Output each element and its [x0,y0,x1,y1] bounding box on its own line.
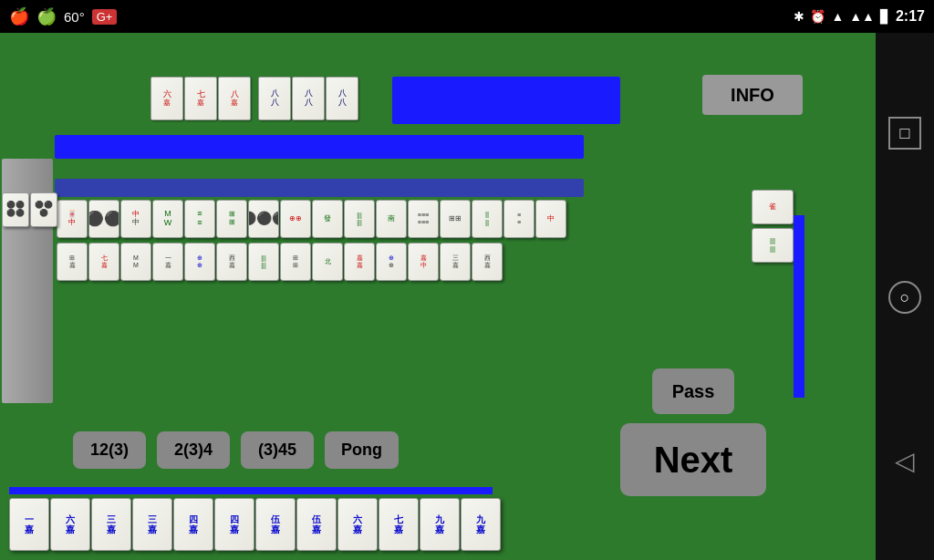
player-tile-12[interactable]: 九嘉 [461,498,501,551]
top-tile-1-2[interactable]: 七 嘉 [184,77,217,120]
blue-bar-1 [55,135,584,159]
right-tile-1[interactable]: 雀 [752,190,794,224]
opponent-tile-row-2: ⊞嘉 七嘉 MM 一嘉 ⊕⊕ 西嘉 [57,243,503,281]
top-tile-1-1[interactable]: 六 嘉 [150,77,183,120]
alarm-icon: ⏰ [810,9,825,24]
right-blue-bar [794,215,804,398]
opp-tile[interactable]: 中 [535,200,566,238]
player-tile-10[interactable]: 七嘉 [379,498,419,551]
opp-tile[interactable]: ⚫⚫ [88,200,119,238]
top-tile-2-2[interactable]: 八 八 [292,77,325,120]
apple-icon-2: 🍏 [36,6,57,26]
player-tile-11[interactable]: 九嘉 [420,498,460,551]
opp-tile-r2[interactable]: 嘉中 [408,243,439,281]
opp-tile[interactable]: ⊞ ⊞ [216,200,247,238]
opp-tile-r2[interactable]: ⊕⊕ [184,243,215,281]
opp-tile[interactable]: ≡ ≡ [184,200,215,238]
status-left: 🍎 🍏 60° G+ [9,6,117,26]
action-button-3[interactable]: (3)45 [241,431,314,469]
player-tile-4[interactable]: 三嘉 [132,498,172,551]
player-tile-3[interactable]: 三嘉 [91,498,131,551]
opp-tile-r2[interactable]: 西嘉 [216,243,247,281]
player-tile-7[interactable]: 伍嘉 [255,498,296,551]
opp-tile[interactable]: M W [152,200,183,238]
top-group-1: 六 嘉 七 嘉 八 嘉 [150,77,251,120]
player-tile-2[interactable]: 六嘉 [50,498,90,551]
player-tile-6[interactable]: 四嘉 [214,498,254,551]
right-opponent-tiles: 雀 |||||| [752,190,794,263]
top-tile-2-3[interactable]: 八 八 [326,77,358,120]
corner-red-tiles: ⚫⚫⚫⚫ ⚫⚫⚫ [2,192,57,227]
opp-tile[interactable]: ⊞⊞ [440,200,471,238]
gplus-icon: G+ [92,9,118,25]
square-nav-icon[interactable]: □ [888,117,921,150]
next-button[interactable]: Next [620,423,766,496]
player-tiles: 一嘉 六嘉 三嘉 三嘉 四嘉 四嘉 [9,498,501,551]
action-button-1[interactable]: 12(3) [73,431,146,469]
wifi-icon: ▲ [831,9,844,24]
opp-tile-r2[interactable]: 三嘉 [440,243,471,281]
info-button[interactable]: INFO [702,75,803,115]
opp-tile-r2[interactable]: |||||| [248,243,279,281]
opp-tile[interactable]: 南 [376,200,407,238]
player-tile-9[interactable]: 六嘉 [337,498,378,551]
opp-tile-r2[interactable]: MM [120,243,151,281]
blue-top-deck [392,77,620,124]
player-tile-1[interactable]: 一嘉 [9,498,49,551]
opp-tile[interactable]: 中 中 [120,200,151,238]
top-left-tiles: 六 嘉 七 嘉 八 嘉 八 八 [150,77,358,120]
opp-tile[interactable]: ≡≡≡ ≡≡≡ [408,200,439,238]
signal-icon: ▲▲ [849,9,875,24]
action-buttons-area: 12(3) 2(3)4 (3)45 Pong [73,431,399,469]
opp-tile-r2[interactable]: 嘉嘉 [344,243,375,281]
opp-tile[interactable]: 🀄中 [57,200,88,238]
opp-tile[interactable]: ≡ ≡ [503,200,534,238]
status-right: ✱ ⏰ ▲ ▲▲ ▊ 2:17 [794,8,925,25]
pass-button[interactable]: Pass [652,368,734,414]
right-tile-2[interactable]: |||||| [752,228,794,263]
opp-tile-r2[interactable]: 北 [312,243,343,281]
pong-button[interactable]: Pong [325,431,399,469]
temperature-label: 60° [64,9,85,25]
blue-bar-2 [55,179,584,197]
back-nav-icon[interactable]: ◁ [895,446,915,476]
apple-icon-1: 🍎 [9,6,29,26]
top-group-2: 八 八 八 八 八 八 [258,77,358,120]
opp-tile-r2[interactable]: 七嘉 [88,243,119,281]
action-button-2[interactable]: 2(3)4 [157,431,230,469]
player-tile-8[interactable]: 伍嘉 [296,498,337,551]
top-tile-2-1[interactable]: 八 八 [258,77,291,120]
opp-tile-r2[interactable]: ⊞⊞ [280,243,311,281]
status-bar: 🍎 🍏 60° G+ ✱ ⏰ ▲ ▲▲ ▊ 2:17 [0,0,934,33]
player-tile-5[interactable]: 四嘉 [173,498,213,551]
opp-tile-r2[interactable]: ⊕⊕ [376,243,407,281]
opp-tile[interactable]: ||| ||| [344,200,375,238]
corner-tile[interactable]: ⚫⚫⚫ [30,192,57,227]
opp-tile-r2[interactable]: ⊞嘉 [57,243,88,281]
game-area: 六 嘉 七 嘉 八 嘉 八 八 [0,33,876,560]
circle-nav-icon[interactable]: ○ [888,281,921,314]
opp-tile[interactable]: 發 [312,200,343,238]
opp-tile[interactable]: || || [472,200,503,238]
bottom-highlight-bar [9,487,493,494]
opp-tile-r2[interactable]: 一嘉 [152,243,183,281]
battery-icon: ▊ [880,9,890,24]
opp-tile[interactable]: ⚫⚫⚫ [248,200,279,238]
corner-tile[interactable]: ⚫⚫⚫⚫ [2,192,29,227]
opp-tile[interactable]: ⊕⊕ [280,200,311,238]
time-label: 2:17 [896,8,925,25]
opp-tile-r2[interactable]: 西嘉 [472,243,503,281]
nav-bar: □ ○ ◁ [876,33,934,560]
top-tile-1-3[interactable]: 八 嘉 [218,77,251,120]
bluetooth-icon: ✱ [794,9,804,24]
opponent-tile-row-1: 🀄中 ⚫⚫ 中 中 M W ≡ ≡ ⊞ ⊞ [57,200,566,238]
